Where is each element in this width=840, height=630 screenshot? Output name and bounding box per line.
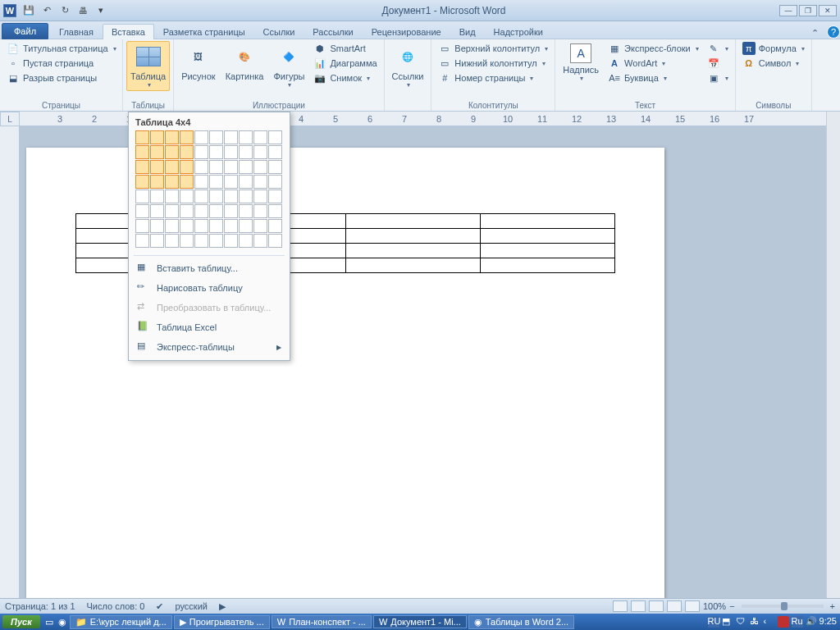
status-words[interactable]: Число слов: 0	[87, 601, 145, 611]
grid-cell[interactable]	[180, 175, 194, 189]
grid-cell[interactable]	[209, 175, 223, 189]
grid-cell[interactable]	[268, 219, 282, 233]
grid-cell[interactable]	[239, 234, 253, 248]
grid-cell[interactable]	[253, 219, 267, 233]
grid-cell[interactable]	[180, 189, 194, 203]
minimize-ribbon-icon[interactable]: ⌃	[811, 28, 819, 39]
tray-icon[interactable]: ⬒	[722, 616, 733, 628]
sig-button[interactable]: ✎▾	[704, 41, 732, 56]
grid-cell[interactable]	[150, 175, 164, 189]
customize-qat-icon[interactable]: ▾	[94, 3, 108, 18]
grid-cell[interactable]	[150, 204, 164, 218]
grid-cell[interactable]	[209, 145, 223, 159]
grid-cell[interactable]	[194, 175, 208, 189]
date-button[interactable]: 📅	[704, 56, 732, 71]
grid-cell[interactable]	[239, 189, 253, 203]
volume-icon[interactable]: 🔊	[806, 616, 817, 628]
links-button[interactable]: 🌐Ссылки▾	[388, 41, 428, 91]
grid-cell[interactable]	[224, 219, 238, 233]
header-button[interactable]: ▭Верхний колонтитул▾	[435, 41, 551, 56]
grid-cell[interactable]	[268, 145, 282, 159]
grid-cell[interactable]	[209, 234, 223, 248]
object-button[interactable]: ▣▾	[704, 71, 732, 85]
grid-cell[interactable]	[150, 160, 164, 174]
grid-cell[interactable]	[239, 204, 253, 218]
grid-cell[interactable]	[165, 189, 179, 203]
excel-table-item[interactable]: 📗Таблица Excel	[132, 317, 286, 337]
status-proof[interactable]: ✔	[156, 601, 163, 612]
save-icon[interactable]: 💾	[21, 3, 36, 18]
tab-stop-indicator[interactable]: L	[0, 112, 20, 126]
grid-cell[interactable]	[135, 189, 149, 203]
grid-cell[interactable]	[165, 160, 179, 174]
symbol-button[interactable]: ΩСимвол▾	[739, 56, 808, 71]
tab-layout[interactable]: Разметка страницы	[154, 24, 254, 39]
grid-cell[interactable]	[253, 160, 267, 174]
grid-cell[interactable]	[194, 160, 208, 174]
screenshot-button[interactable]: 📷Снимок▾	[310, 71, 380, 85]
grid-cell[interactable]	[209, 219, 223, 233]
grid-cell[interactable]	[209, 160, 223, 174]
table-size-grid[interactable]	[132, 129, 286, 253]
grid-cell[interactable]	[239, 219, 253, 233]
quickparts-button[interactable]: ▦Экспресс-блоки▾	[605, 41, 702, 56]
grid-cell[interactable]	[194, 189, 208, 203]
zoom-out-button[interactable]: −	[729, 601, 734, 611]
close-button[interactable]: ✕	[819, 5, 837, 16]
grid-cell[interactable]	[135, 130, 149, 144]
grid-cell[interactable]	[253, 234, 267, 248]
grid-cell[interactable]	[135, 145, 149, 159]
restore-button[interactable]: ❐	[799, 5, 817, 16]
grid-cell[interactable]	[150, 189, 164, 203]
insert-table-item[interactable]: ▦Вставить таблицу...	[132, 258, 286, 278]
minimize-button[interactable]: —	[779, 5, 797, 16]
grid-cell[interactable]	[150, 145, 164, 159]
clock[interactable]: 9:25	[819, 616, 837, 628]
picture-button[interactable]: 🖼Рисунок	[177, 41, 220, 84]
grid-cell[interactable]	[180, 204, 194, 218]
grid-cell[interactable]	[180, 160, 194, 174]
table-button[interactable]: Таблица▾	[126, 41, 170, 91]
undo-icon[interactable]: ↶	[39, 3, 54, 18]
grid-cell[interactable]	[224, 130, 238, 144]
view-full-screen[interactable]	[631, 600, 646, 612]
page[interactable]	[26, 148, 664, 598]
tab-addins[interactable]: Надстройки	[485, 24, 552, 39]
grid-cell[interactable]	[194, 130, 208, 144]
grid-cell[interactable]	[224, 175, 238, 189]
quick-tables-item[interactable]: ▤Экспресс-таблицы▶	[132, 337, 286, 357]
grid-cell[interactable]	[135, 234, 149, 248]
grid-cell[interactable]	[165, 175, 179, 189]
zoom-level[interactable]: 100%	[703, 601, 726, 611]
wordart-button[interactable]: AWordArt▾	[605, 56, 702, 71]
view-outline[interactable]	[667, 600, 682, 612]
grid-cell[interactable]	[268, 204, 282, 218]
grid-cell[interactable]	[239, 160, 253, 174]
pagenum-button[interactable]: #Номер страницы▾	[435, 71, 551, 85]
lang-indicator[interactable]: RU	[708, 616, 719, 628]
grid-cell[interactable]	[239, 130, 253, 144]
grid-cell[interactable]	[165, 204, 179, 218]
help-icon[interactable]: ?	[827, 25, 840, 39]
textbox-button[interactable]: AНадпись▾	[559, 41, 603, 84]
view-draft[interactable]	[685, 600, 700, 612]
grid-cell[interactable]	[165, 234, 179, 248]
tab-home[interactable]: Главная	[50, 24, 103, 39]
vertical-scrollbar[interactable]	[826, 112, 840, 598]
start-button[interactable]: Пуск	[2, 615, 40, 628]
view-web-layout[interactable]	[649, 600, 664, 612]
tray-icon[interactable]: 🖧	[750, 616, 761, 628]
page-break-button[interactable]: ⬓Разрыв страницы	[3, 71, 120, 85]
grid-cell[interactable]	[165, 219, 179, 233]
smartart-button[interactable]: ⬢SmartArt	[310, 41, 380, 56]
grid-cell[interactable]	[194, 234, 208, 248]
grid-cell[interactable]	[253, 204, 267, 218]
cover-page-button[interactable]: 📄Титульная страница▾	[3, 41, 120, 56]
grid-cell[interactable]	[224, 234, 238, 248]
grid-cell[interactable]	[209, 189, 223, 203]
tab-view[interactable]: Вид	[450, 24, 485, 39]
grid-cell[interactable]	[209, 204, 223, 218]
zoom-in-button[interactable]: +	[830, 601, 835, 611]
grid-cell[interactable]	[224, 189, 238, 203]
footer-button[interactable]: ▭Нижний колонтитул▾	[435, 56, 551, 71]
